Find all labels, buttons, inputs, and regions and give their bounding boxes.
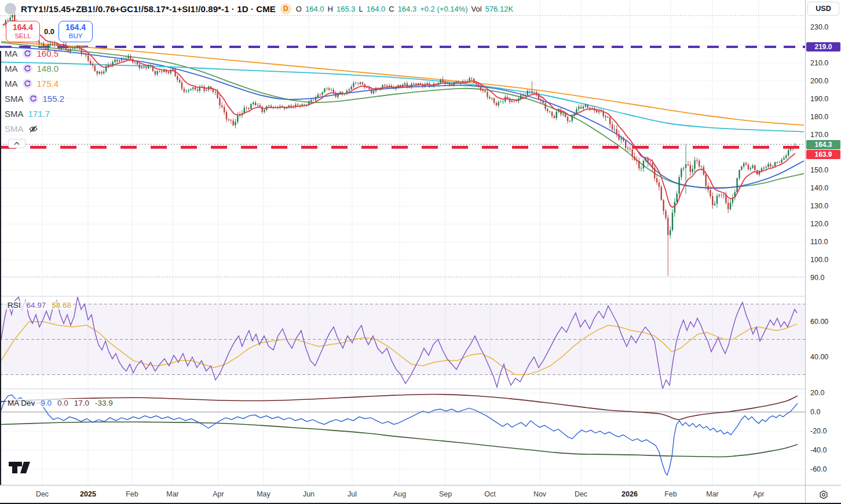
madev-lower-value: -33.9 <box>95 399 113 407</box>
madev-dev-value: 9.0 <box>41 399 52 407</box>
sync-loading-icon[interactable] <box>23 64 32 73</box>
spread-value: 0.0 <box>44 27 54 36</box>
chart-panes[interactable]: RTY1!/15.45+ZB1!/0.76+GC1!/58.17*-1+SI1!… <box>0 0 805 485</box>
chart-canvas[interactable] <box>0 0 805 485</box>
rsi-tick: 40.00 <box>810 352 828 362</box>
legend-label: MA <box>5 49 18 58</box>
buy-price: 164.4 <box>65 23 86 32</box>
legend-label: MA <box>5 79 18 89</box>
gear-icon <box>818 489 829 501</box>
price-axis[interactable]: USD 219.0 164.3 163.9 230.0210.0200.0190… <box>805 0 841 485</box>
legend-value: 171.7 <box>28 109 50 119</box>
trade-panel: 164.4 SELL 0.0 164.4 BUY <box>6 21 93 42</box>
legend-row-ma[interactable]: MA160.5 <box>5 46 64 61</box>
legend-row-sma[interactable]: SMA155.2 <box>5 91 64 106</box>
price-tick: 110.0 <box>810 237 828 247</box>
legend-label: MA <box>5 64 18 73</box>
price-tick: 120.0 <box>810 219 828 229</box>
tradingview-logo-icon <box>8 461 32 474</box>
alert-price-badge: 163.9 <box>806 150 840 159</box>
time-label-month: Jul <box>335 490 370 498</box>
interval-badge[interactable]: D <box>280 3 291 14</box>
time-label-month: Feb <box>115 490 149 498</box>
price-tick: 180.0 <box>810 112 828 122</box>
legend-label: SMA <box>5 94 24 104</box>
buy-button[interactable]: 164.4 BUY <box>58 21 93 42</box>
price-tick: 200.0 <box>810 76 828 86</box>
rsi-value: 64.97 <box>27 301 46 310</box>
sell-label: SELL <box>14 32 31 40</box>
close-label: C <box>389 5 394 13</box>
price-tick: 100.0 <box>810 255 828 264</box>
legend-row-sma[interactable]: SMA171.7 <box>5 106 64 121</box>
price-tick: 170.0 <box>810 130 828 139</box>
price-tick: 230.0 <box>810 23 828 32</box>
madev-upper-value: 17.0 <box>74 399 89 407</box>
rsi-legend[interactable]: RSI 64.97 58.68 <box>6 301 73 310</box>
rsi-tick: 60.00 <box>810 317 828 326</box>
open-label: O <box>296 5 302 13</box>
price-tick: 210.0 <box>810 58 828 68</box>
rsi-label: RSI <box>8 301 21 310</box>
legend-label: SMA <box>5 124 24 134</box>
madev-legend[interactable]: MA Dev 9.0 0.0 17.0 -33.9 <box>6 399 115 407</box>
low-label: L <box>359 5 363 13</box>
legend-row-ma[interactable]: MA175.4 <box>5 76 64 91</box>
time-label-month: May <box>246 490 281 498</box>
time-label-month: Dec <box>564 490 598 498</box>
sell-price: 164.4 <box>13 23 33 32</box>
high-label: H <box>328 5 333 13</box>
price-tick: 130.0 <box>810 201 828 211</box>
chart-header: RTY1!/15.45+ZB1!/0.76+GC1!/58.17*-1+SI1!… <box>5 3 513 14</box>
time-label-month: Dec <box>25 490 60 498</box>
time-label-month: Mar <box>155 490 190 498</box>
tradingview-chart-window: RTY1!/15.45+ZB1!/0.76+GC1!/58.17*-1+SI1!… <box>0 0 841 504</box>
high-value: 165.3 <box>337 5 356 13</box>
open-value: 164.0 <box>305 5 324 13</box>
dev-tick: -40.0 <box>810 446 827 455</box>
time-label-month: Sep <box>428 490 463 498</box>
low-value: 164.0 <box>367 5 386 13</box>
level-badge-purple: 219.0 <box>806 42 840 51</box>
dev-tick: 20.0 <box>810 388 824 398</box>
time-label-month: Aug <box>382 490 417 498</box>
legend-value: 155.2 <box>43 94 65 104</box>
time-label-year: 2026 <box>612 490 647 498</box>
sync-loading-icon[interactable] <box>23 49 32 58</box>
price-tick: 140.0 <box>810 183 828 193</box>
sell-button[interactable]: 164.4 SELL <box>6 21 40 42</box>
tradingview-logo[interactable] <box>8 461 32 477</box>
price-tick: 150.0 <box>810 165 828 175</box>
sync-loading-icon[interactable] <box>23 79 32 89</box>
currency-button[interactable]: USD <box>807 2 839 16</box>
axis-settings-corner[interactable] <box>805 485 841 504</box>
volume-label: Vol <box>471 5 482 13</box>
legend-row-sma[interactable]: SMA <box>5 121 64 136</box>
dev-tick: 0.0 <box>810 407 820 417</box>
price-tick: 190.0 <box>810 94 828 104</box>
time-axis[interactable]: Dec2025FebMarAprMayJunJulAugSepOctNovDec… <box>0 485 805 504</box>
eye-off-icon[interactable] <box>28 124 38 134</box>
time-label-month: Oct <box>473 490 507 498</box>
madev-base-value: 0.0 <box>57 399 68 407</box>
change-value: +0.2 (+0.14%) <box>420 5 467 13</box>
time-label-month: Jun <box>291 490 326 498</box>
instrument-logo-icon <box>5 3 16 14</box>
chevron-up-icon <box>14 142 20 145</box>
symbol-title[interactable]: RTY1!/15.45+ZB1!/0.76+GC1!/58.17*-1+SI1!… <box>21 4 276 14</box>
price-tick: 90.0 <box>810 273 824 282</box>
time-label-month: Apr <box>741 490 776 498</box>
ohlc-readout: O164.0 H165.3 L164.0 C164.3 +0.2 (+0.14%… <box>296 5 513 13</box>
last-price-badge: 164.3 <box>806 140 840 149</box>
collapse-legend-button[interactable] <box>8 139 25 148</box>
time-label-month: Feb <box>653 490 688 498</box>
legend-value: 148.0 <box>37 64 59 73</box>
rsi-ma-value: 58.68 <box>52 301 71 310</box>
ma-legend: MA160.5MA148.0MA175.4SMA155.2SMA171.7SMA <box>5 46 64 136</box>
volume-value: 576.12K <box>485 5 513 13</box>
sync-loading-icon[interactable] <box>28 94 38 104</box>
dev-tick: -60.0 <box>810 465 827 474</box>
legend-label: SMA <box>5 109 24 119</box>
legend-value: 175.4 <box>37 79 59 89</box>
legend-row-ma[interactable]: MA148.0 <box>5 61 64 76</box>
